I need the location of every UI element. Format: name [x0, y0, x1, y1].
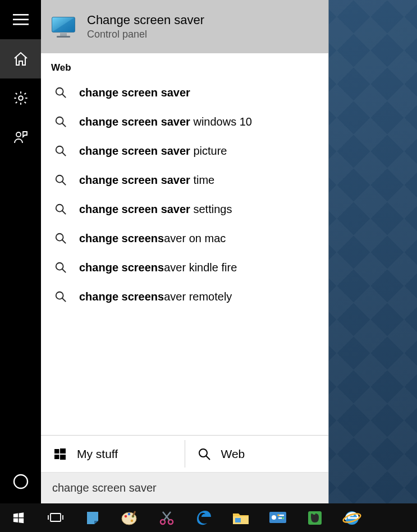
- taskbar: [0, 503, 417, 532]
- search-icon: [54, 174, 67, 186]
- svg-rect-10: [57, 36, 70, 38]
- web-suggestion[interactable]: change screensaver kindle fire: [41, 253, 328, 282]
- web-suggestion[interactable]: change screen saver time: [41, 165, 328, 195]
- web-suggestion[interactable]: change screensaver on mac: [41, 224, 328, 253]
- paint-palette-icon: [121, 510, 139, 526]
- svg-point-44: [128, 512, 131, 515]
- cortana-button[interactable]: [0, 460, 41, 503]
- web-scope-button[interactable]: Web: [185, 436, 329, 472]
- svg-point-55: [272, 515, 276, 520]
- suggestion-text: change screensaver remotely: [79, 290, 232, 303]
- suggestion-text: change screensaver on mac: [79, 232, 226, 245]
- suggestion-text: change screen saver settings: [79, 203, 232, 216]
- svg-point-43: [125, 515, 127, 517]
- folder-icon: [232, 510, 250, 526]
- svg-point-11: [56, 88, 63, 95]
- cortana-left-rail: [0, 0, 41, 503]
- internet-explorer-taskbar-button[interactable]: [333, 503, 370, 532]
- settings-button[interactable]: [0, 78, 41, 118]
- svg-line-51: [163, 512, 169, 520]
- svg-marker-35: [13, 518, 18, 522]
- person-feedback-icon: [13, 129, 29, 145]
- search-icon: [54, 145, 67, 157]
- web-suggestion[interactable]: change screensaver remotely: [41, 282, 328, 311]
- web-suggestion[interactable]: change screen saver: [41, 78, 328, 107]
- edge-taskbar-button[interactable]: [185, 503, 222, 532]
- svg-marker-33: [13, 513, 18, 517]
- svg-marker-40: [87, 512, 98, 524]
- suggestion-text: change screen saver picture: [79, 145, 227, 158]
- control-panel-icon: [268, 511, 287, 525]
- svg-line-24: [62, 269, 66, 272]
- svg-point-58: [277, 514, 279, 516]
- svg-rect-53: [235, 518, 241, 522]
- gear-icon: [13, 90, 29, 106]
- hamburger-icon: [13, 14, 29, 25]
- svg-line-12: [62, 94, 66, 98]
- svg-line-16: [62, 152, 66, 156]
- svg-line-32: [206, 456, 210, 460]
- web-suggestion[interactable]: change screen saver windows 10: [41, 107, 328, 136]
- svg-point-59: [282, 517, 284, 519]
- svg-point-5: [14, 475, 28, 488]
- search-icon: [54, 261, 67, 274]
- best-match-title: Change screen saver: [87, 13, 204, 27]
- task-view-button[interactable]: [37, 503, 74, 532]
- svg-marker-34: [19, 512, 24, 517]
- svg-rect-27: [54, 449, 59, 454]
- evernote-icon: [306, 510, 323, 526]
- start-button[interactable]: [0, 503, 37, 532]
- search-icon: [54, 232, 67, 244]
- search-icon: [54, 203, 67, 215]
- web-suggestion[interactable]: change screen saver settings: [41, 195, 328, 224]
- svg-marker-41: [94, 521, 98, 524]
- search-scope-row: My stuff Web: [41, 435, 328, 472]
- web-suggestions-list: change screen saver change screen saver …: [41, 77, 328, 311]
- svg-point-15: [56, 146, 63, 154]
- svg-rect-28: [60, 448, 66, 454]
- svg-marker-36: [19, 518, 24, 523]
- best-match-subtitle: Control panel: [87, 29, 204, 40]
- file-explorer-taskbar-button[interactable]: [222, 503, 259, 532]
- control-panel-taskbar-button[interactable]: [259, 503, 296, 532]
- evernote-taskbar-button[interactable]: [296, 503, 333, 532]
- search-icon: [198, 447, 211, 461]
- my-stuff-label: My stuff: [77, 447, 118, 461]
- scissors-icon: [158, 510, 175, 526]
- web-section-label: Web: [41, 53, 328, 77]
- feedback-button[interactable]: [0, 118, 41, 157]
- svg-point-13: [56, 117, 63, 124]
- hamburger-menu-button[interactable]: [0, 0, 41, 39]
- paint-taskbar-button[interactable]: [111, 503, 148, 532]
- cortana-ring-icon: [12, 473, 29, 490]
- svg-rect-37: [51, 514, 61, 521]
- svg-point-46: [131, 519, 134, 522]
- svg-rect-1: [13, 19, 29, 21]
- suggestion-text: change screensaver kindle fire: [79, 261, 237, 274]
- search-input[interactable]: [52, 482, 328, 494]
- svg-line-14: [62, 123, 66, 127]
- home-button[interactable]: [0, 39, 41, 78]
- sticky-notes-icon: [84, 510, 101, 526]
- sticky-notes-taskbar-button[interactable]: [74, 503, 111, 532]
- svg-line-50: [164, 512, 171, 520]
- snipping-tool-taskbar-button[interactable]: [148, 503, 185, 532]
- svg-rect-9: [60, 33, 67, 36]
- edge-icon: [195, 509, 213, 527]
- search-icon: [54, 115, 67, 128]
- best-match-text: Change screen saver Control panel: [87, 13, 204, 40]
- my-stuff-scope-button[interactable]: My stuff: [41, 436, 185, 472]
- search-icon: [54, 86, 67, 99]
- svg-point-25: [56, 292, 63, 299]
- svg-line-22: [62, 240, 66, 243]
- svg-line-20: [62, 211, 66, 214]
- web-suggestion[interactable]: change screen saver picture: [41, 136, 328, 165]
- suggestion-text: change screen saver windows 10: [79, 115, 252, 128]
- suggestion-text: change screen saver time: [79, 174, 214, 187]
- best-match-result[interactable]: Change screen saver Control panel: [41, 0, 328, 53]
- suggestion-text: change screen saver: [79, 86, 190, 99]
- ie-icon: [342, 509, 361, 527]
- windows-logo-icon: [53, 447, 67, 461]
- web-scope-label: Web: [221, 447, 245, 461]
- task-view-icon: [47, 512, 64, 524]
